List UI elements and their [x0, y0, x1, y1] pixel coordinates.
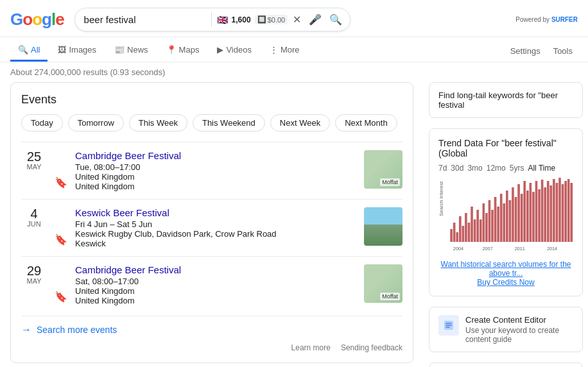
feedback-bar: Learn more Sending feedback: [21, 338, 402, 352]
svg-rect-8: [468, 223, 471, 242]
event-time-1: Tue, 08:00–17:00: [75, 162, 356, 172]
learn-more-link[interactable]: Learn more: [291, 343, 331, 352]
event-country-1: United Kingdom: [75, 182, 356, 191]
voice-search-button[interactable]: 🎤: [307, 12, 323, 27]
map-label-3: Moffat: [380, 293, 400, 300]
search-bar: 🇬🇧 1,600 🔲 $0.00 ✕ 🎤 🔍: [74, 8, 350, 31]
surfer-find-card: Find long-tail keywords for "beer festiv…: [429, 82, 583, 118]
trend-cta: Want historical search volumes for the a…: [438, 260, 573, 287]
event-map-3: Moffat: [364, 264, 402, 303]
search-button[interactable]: 🔍: [328, 12, 343, 27]
keyword-surfer-bar: Keyword Surfer 📋 Clip...: [429, 363, 583, 367]
event-country-2: Keswick: [75, 239, 356, 248]
content-editor-card: Create Content Editor Use your keyword t…: [429, 307, 583, 352]
svg-text:2007: 2007: [482, 246, 492, 252]
chip-tomorrow[interactable]: Tomorrow: [68, 114, 124, 132]
svg-rect-38: [556, 183, 558, 242]
svg-text:2011: 2011: [515, 246, 525, 252]
event-map-1: Moffat: [364, 150, 402, 189]
historical-volumes-link[interactable]: Want historical search volumes for the a…: [438, 260, 573, 278]
svg-rect-17: [494, 197, 497, 242]
search-count: 1,600: [232, 15, 251, 24]
content-editor-desc: Use your keyword to create content guide: [465, 326, 573, 344]
bookmark-icon-1[interactable]: 🔖: [55, 176, 67, 189]
chip-this-week[interactable]: This Week: [129, 114, 187, 132]
svg-rect-11: [476, 210, 479, 242]
left-column: Events Today Tomorrow This Week This Wee…: [0, 82, 424, 367]
event-date-2: 4 JUN: [21, 207, 47, 248]
tab-videos[interactable]: ▶ Videos: [209, 40, 259, 62]
event-details-1: Cambridge Beer Festival Tue, 08:00–17:00…: [75, 150, 356, 191]
tab-more[interactable]: ⋮ More: [262, 40, 307, 62]
chip-next-week[interactable]: Next Week: [270, 114, 330, 132]
search-meta: 🇬🇧 1,600 🔲 $0.00 ✕: [211, 12, 303, 27]
tab-images[interactable]: 🖼 Images: [50, 40, 104, 62]
svg-rect-18: [497, 207, 499, 242]
search-more-events[interactable]: → Search more events: [21, 316, 402, 338]
svg-rect-6: [462, 226, 465, 242]
svg-rect-35: [547, 181, 549, 242]
event-item-3: 29 MAY 🔖 Cambridge Beer Festival Sat, 08…: [21, 256, 402, 313]
credit-icon: 🔲: [257, 15, 266, 24]
filter-all-time[interactable]: All Time: [528, 164, 555, 173]
filter-5yrs[interactable]: 5yrs: [510, 164, 524, 173]
event-map-2: [364, 207, 402, 246]
event-details-2: Keswick Beer Festival Fri 4 Jun – Sat 5 …: [75, 207, 356, 248]
trend-time-filters: 7d 30d 3mo 12mo 5yrs All Time: [438, 164, 573, 173]
all-icon: 🔍: [18, 45, 28, 55]
event-country-3: United Kingdom: [75, 296, 356, 305]
event-location-2: Keswick Rugby Club, Davidson Park, Crow …: [75, 229, 356, 239]
svg-rect-42: [567, 179, 570, 242]
svg-rect-23: [512, 187, 514, 242]
filter-30d[interactable]: 30d: [451, 164, 463, 173]
svg-rect-32: [538, 189, 540, 242]
svg-rect-31: [535, 181, 538, 242]
filter-7d[interactable]: 7d: [438, 164, 447, 173]
filter-12mo[interactable]: 12mo: [487, 164, 506, 173]
chip-next-month[interactable]: Next Month: [335, 114, 397, 132]
credit-amount: $0.00: [268, 16, 286, 24]
videos-icon: ▶: [217, 45, 223, 55]
settings-link[interactable]: Settings: [505, 41, 546, 61]
clear-button[interactable]: ✕: [291, 12, 302, 27]
event-name-2[interactable]: Keswick Beer Festival: [75, 207, 356, 218]
arrow-right-icon: →: [21, 324, 31, 336]
event-time-3: Sat, 08:00–17:00: [75, 277, 356, 286]
event-name-3[interactable]: Cambridge Beer Festival: [75, 264, 356, 275]
search-input[interactable]: [84, 14, 206, 25]
maps-icon: 📍: [166, 45, 177, 55]
google-logo: Google: [10, 10, 64, 30]
svg-rect-40: [562, 184, 564, 242]
event-name-1[interactable]: Cambridge Beer Festival: [75, 150, 356, 161]
event-location-1: United Kingdom: [75, 172, 356, 182]
filter-chips: Today Tomorrow This Week This Weekend Ne…: [21, 114, 402, 132]
tools-link[interactable]: Tools: [548, 41, 578, 61]
chip-this-weekend[interactable]: This Weekend: [193, 114, 265, 132]
svg-rect-16: [491, 210, 494, 242]
surfer-powered-label: Powered by SURFER: [515, 16, 578, 23]
svg-rect-12: [480, 219, 482, 242]
svg-rect-26: [521, 194, 523, 242]
svg-rect-10: [474, 219, 476, 242]
content-editor-title: Create Content Editor: [465, 315, 573, 325]
svg-rect-30: [532, 192, 535, 242]
tab-maps[interactable]: 📍 Maps: [159, 40, 207, 62]
chip-today[interactable]: Today: [21, 114, 63, 132]
filter-3mo[interactable]: 3mo: [467, 164, 482, 173]
svg-rect-2: [450, 229, 453, 242]
trend-chart: Search Interest: [438, 178, 573, 255]
event-location-3: United Kingdom: [75, 286, 356, 296]
tab-all[interactable]: 🔍 All: [10, 40, 48, 62]
bookmark-icon-2[interactable]: 🔖: [55, 234, 67, 246]
svg-rect-19: [500, 194, 503, 242]
svg-rect-28: [526, 191, 529, 242]
tab-news[interactable]: 📰 News: [107, 40, 156, 62]
buy-credits-link[interactable]: Buy Credits Now: [438, 278, 573, 287]
map-label-1: Moffat: [380, 178, 400, 186]
sending-feedback-link[interactable]: Sending feedback: [341, 343, 402, 352]
news-icon: 📰: [114, 45, 125, 55]
bookmark-icon-3[interactable]: 🔖: [55, 291, 67, 303]
svg-text:2004: 2004: [453, 246, 464, 252]
event-details-3: Cambridge Beer Festival Sat, 08:00–17:00…: [75, 264, 356, 305]
events-card: Events Today Tomorrow This Week This Wee…: [10, 82, 413, 363]
